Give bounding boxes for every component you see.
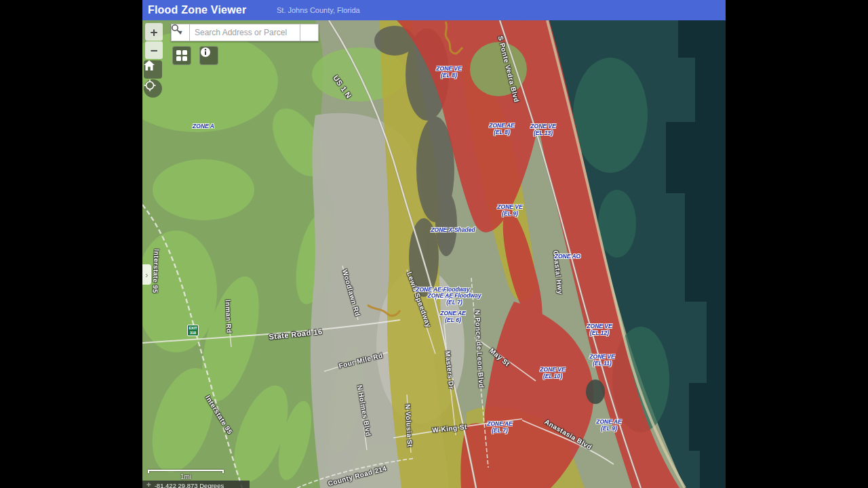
search-widget: ▼ (171, 24, 319, 41)
zoom-in-button[interactable]: + (145, 23, 163, 41)
home-icon (144, 60, 155, 70)
basemap-gallery-button[interactable] (172, 46, 191, 65)
grid-icon (176, 50, 187, 61)
flood-zone-viewer-app: Flood Zone Viewer St. Johns County, Flor… (142, 0, 726, 488)
crosshair-icon: ✛ (146, 482, 151, 488)
satellite-map (142, 20, 726, 488)
map-canvas[interactable]: ZONE AZONE VE(EL 8)ZONE AE(EL 8)ZONE VE(… (142, 20, 726, 488)
plus-icon: + (150, 26, 157, 39)
zoom-out-button[interactable]: − (145, 41, 163, 59)
coordinates-bar: ✛ -81.422 29.873 Degrees (142, 481, 250, 488)
app-subtitle: St. Johns County, Florida (277, 6, 360, 14)
scale-bar-line (148, 470, 224, 473)
scale-bar: 1mi (148, 470, 224, 481)
home-button[interactable] (144, 60, 162, 79)
app-title: Flood Zone Viewer (142, 4, 246, 16)
search-button[interactable] (300, 24, 319, 41)
coordinates-text: -81.422 29.873 Degrees (155, 482, 224, 488)
info-icon (200, 47, 211, 58)
info-button[interactable] (199, 46, 218, 65)
search-input[interactable] (190, 24, 300, 41)
locate-button[interactable] (144, 79, 162, 98)
scale-bar-label: 1mi (148, 473, 224, 481)
locate-icon (144, 79, 156, 92)
search-icon (171, 24, 181, 34)
minus-icon: − (150, 44, 157, 57)
chevron-right-icon: › (145, 270, 148, 280)
app-header: Flood Zone Viewer St. Johns County, Flor… (142, 0, 726, 20)
panel-expand-tab[interactable]: › (142, 264, 151, 285)
